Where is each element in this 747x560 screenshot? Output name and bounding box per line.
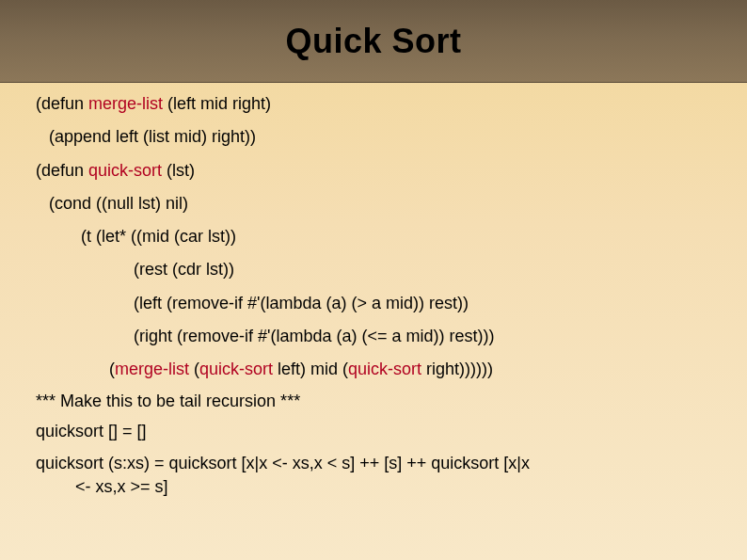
fn-call-quick-sort-1: quick-sort: [199, 360, 273, 378]
code-line-9: (merge-list (quick-sort left) mid (quick…: [36, 358, 711, 380]
text: left) mid (: [273, 360, 348, 378]
fn-name-merge-list: merge-list: [88, 94, 163, 113]
text: (append left (list mid) right)): [49, 127, 256, 146]
code-line-8: (right (remove-if #'(lambda (a) (<= a mi…: [36, 325, 711, 347]
tail-recursion-note: *** Make this to be tail recursion ***: [36, 392, 711, 411]
code-line-6: (rest (cdr lst)): [36, 258, 711, 280]
text-continuation: <- xs,x >= s]: [36, 475, 711, 499]
code-line-7: (left (remove-if #'(lambda (a) (> a mid)…: [36, 292, 711, 314]
text: (left (remove-if #'(lambda (a) (> a mid)…: [134, 294, 469, 312]
code-line-2: (append left (list mid) right)): [36, 125, 711, 148]
fn-name-quick-sort: quick-sort: [88, 161, 162, 180]
text: (defun: [36, 161, 88, 180]
haskell-line-2: quicksort (s:xs) = quicksort [x|x <- xs,…: [36, 452, 711, 499]
title-bar: Quick Sort: [0, 0, 747, 83]
fn-call-merge-list: merge-list: [115, 360, 189, 378]
text: (rest (cdr lst)): [134, 260, 234, 279]
text: (cond ((null lst) nil): [49, 194, 188, 213]
slide-content: (defun merge-list (left mid right) (appe…: [0, 83, 747, 499]
haskell-line-1: quicksort [] = []: [36, 422, 711, 441]
code-line-3: (defun quick-sort (lst): [36, 159, 711, 182]
code-line-4: (cond ((null lst) nil): [36, 192, 711, 215]
text: (left mid right): [163, 94, 271, 113]
page-title: Quick Sort: [285, 22, 461, 61]
text: quicksort (s:xs) = quicksort [x|x <- xs,…: [36, 454, 530, 472]
text: (: [189, 360, 199, 378]
text: (lst): [162, 161, 195, 180]
text: (right (remove-if #'(lambda (a) (<= a mi…: [134, 327, 495, 345]
fn-call-quick-sort-2: quick-sort: [348, 360, 421, 378]
code-line-1: (defun merge-list (left mid right): [36, 92, 711, 115]
code-line-5: (t (let* ((mid (car lst)): [36, 225, 711, 248]
text: (t (let* ((mid (car lst)): [81, 227, 236, 246]
text: (defun: [36, 94, 88, 113]
text: right)))))): [421, 360, 493, 378]
